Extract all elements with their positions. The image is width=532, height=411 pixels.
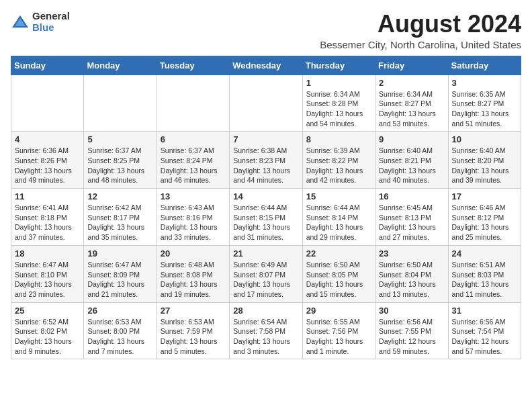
title-block: August 2024 Bessemer City, North Carolin…	[320, 11, 521, 50]
day-number: 18	[15, 248, 80, 259]
day-sunrise: Sunrise: 6:52 AM	[15, 318, 69, 326]
day-sunrise: Sunrise: 6:40 AM	[452, 146, 506, 154]
day-number: 24	[452, 248, 517, 259]
day-number: 20	[161, 248, 226, 259]
day-sunset: Sunset: 7:54 PM	[452, 327, 504, 335]
day-sunset: Sunset: 8:10 PM	[15, 271, 67, 279]
day-number: 17	[452, 191, 517, 201]
day-daylight: Daylight: 13 hours and 5 minutes.	[161, 337, 218, 355]
header-row: Sunday Monday Tuesday Wednesday Thursday…	[11, 56, 521, 75]
day-sunrise: Sunrise: 6:42 AM	[87, 203, 141, 212]
day-sunrise: Sunrise: 6:45 AM	[379, 203, 433, 212]
day-number: 29	[306, 306, 371, 316]
day-sunset: Sunset: 8:07 PM	[233, 271, 285, 279]
day-daylight: Daylight: 13 hours and 3 minutes.	[233, 337, 290, 355]
day-number: 22	[306, 248, 371, 259]
day-sunset: Sunset: 7:55 PM	[379, 327, 431, 335]
header-wednesday: Wednesday	[230, 56, 302, 75]
calendar-header: Sunday Monday Tuesday Wednesday Thursday…	[11, 56, 521, 75]
day-number: 23	[379, 248, 444, 259]
day-daylight: Daylight: 13 hours and 53 minutes.	[379, 109, 436, 128]
day-sunrise: Sunrise: 6:54 AM	[233, 318, 287, 326]
cell-w2-d3: 14 Sunrise: 6:44 AM Sunset: 8:15 PM Dayl…	[230, 189, 302, 246]
cell-w0-d5: 2 Sunrise: 6:34 AM Sunset: 8:27 PM Dayli…	[375, 75, 448, 132]
calendar-table: Sunday Monday Tuesday Wednesday Thursday…	[11, 56, 521, 360]
cell-w2-d0: 11 Sunrise: 6:41 AM Sunset: 8:18 PM Dayl…	[11, 189, 84, 246]
logo-text: General Blue	[32, 11, 70, 33]
day-sunset: Sunset: 8:25 PM	[87, 156, 140, 165]
day-daylight: Daylight: 13 hours and 9 minutes.	[15, 337, 72, 355]
day-sunset: Sunset: 8:00 PM	[87, 327, 140, 335]
cell-w1-d1: 5 Sunrise: 6:37 AM Sunset: 8:25 PM Dayli…	[84, 132, 157, 189]
cell-w0-d3	[230, 75, 302, 132]
day-sunset: Sunset: 8:16 PM	[161, 214, 213, 222]
day-sunset: Sunset: 8:04 PM	[379, 271, 431, 279]
day-sunrise: Sunrise: 6:44 AM	[306, 203, 360, 212]
day-number: 28	[233, 306, 298, 316]
day-daylight: Daylight: 13 hours and 49 minutes.	[15, 167, 72, 185]
day-daylight: Daylight: 12 hours and 59 minutes.	[379, 337, 436, 355]
cell-w2-d5: 16 Sunrise: 6:45 AM Sunset: 8:13 PM Dayl…	[375, 189, 448, 246]
day-sunrise: Sunrise: 6:46 AM	[452, 203, 506, 212]
cell-w1-d4: 8 Sunrise: 6:39 AM Sunset: 8:22 PM Dayli…	[302, 132, 375, 189]
day-sunrise: Sunrise: 6:47 AM	[87, 261, 141, 269]
week-row-2: 11 Sunrise: 6:41 AM Sunset: 8:18 PM Dayl…	[11, 189, 521, 246]
day-sunrise: Sunrise: 6:39 AM	[306, 146, 360, 154]
logo: General Blue	[11, 11, 70, 33]
cell-w2-d4: 15 Sunrise: 6:44 AM Sunset: 8:14 PM Dayl…	[302, 189, 375, 246]
cell-w3-d0: 18 Sunrise: 6:47 AM Sunset: 8:10 PM Dayl…	[11, 245, 84, 302]
day-sunrise: Sunrise: 6:37 AM	[87, 146, 141, 154]
day-sunset: Sunset: 8:27 PM	[379, 99, 431, 107]
day-number: 6	[161, 134, 226, 144]
day-number: 1	[306, 78, 371, 88]
cell-w1-d0: 4 Sunrise: 6:36 AM Sunset: 8:26 PM Dayli…	[11, 132, 84, 189]
day-daylight: Daylight: 13 hours and 17 minutes.	[233, 280, 290, 298]
day-sunset: Sunset: 8:12 PM	[452, 214, 504, 222]
day-sunset: Sunset: 8:20 PM	[452, 156, 504, 165]
logo-icon	[11, 13, 30, 32]
day-sunrise: Sunrise: 6:37 AM	[161, 146, 214, 154]
cell-w2-d6: 17 Sunrise: 6:46 AM Sunset: 8:12 PM Dayl…	[448, 189, 521, 246]
main-title: August 2024	[320, 11, 521, 38]
day-sunset: Sunset: 8:03 PM	[452, 271, 504, 279]
cell-w1-d3: 7 Sunrise: 6:38 AM Sunset: 8:23 PM Dayli…	[230, 132, 302, 189]
day-number: 16	[379, 191, 444, 201]
day-number: 31	[452, 306, 517, 316]
day-daylight: Daylight: 13 hours and 31 minutes.	[233, 223, 290, 241]
cell-w3-d1: 19 Sunrise: 6:47 AM Sunset: 8:09 PM Dayl…	[84, 245, 157, 302]
day-daylight: Daylight: 13 hours and 46 minutes.	[161, 167, 218, 185]
day-sunset: Sunset: 8:09 PM	[87, 271, 140, 279]
week-row-1: 4 Sunrise: 6:36 AM Sunset: 8:26 PM Dayli…	[11, 132, 521, 189]
day-sunrise: Sunrise: 6:44 AM	[233, 203, 287, 212]
day-daylight: Daylight: 13 hours and 29 minutes.	[306, 223, 363, 241]
day-daylight: Daylight: 13 hours and 25 minutes.	[452, 223, 509, 241]
day-sunset: Sunset: 7:56 PM	[306, 327, 359, 335]
day-sunset: Sunset: 8:24 PM	[161, 156, 213, 165]
day-number: 15	[306, 191, 371, 201]
day-number: 4	[15, 134, 80, 144]
day-sunset: Sunset: 8:13 PM	[379, 214, 431, 222]
day-number: 7	[233, 134, 298, 144]
week-row-4: 25 Sunrise: 6:52 AM Sunset: 8:02 PM Dayl…	[11, 302, 521, 359]
week-row-3: 18 Sunrise: 6:47 AM Sunset: 8:10 PM Dayl…	[11, 245, 521, 302]
day-daylight: Daylight: 13 hours and 15 minutes.	[306, 280, 363, 298]
cell-w4-d3: 28 Sunrise: 6:54 AM Sunset: 7:58 PM Dayl…	[230, 302, 302, 359]
day-sunset: Sunset: 7:58 PM	[233, 327, 285, 335]
day-sunrise: Sunrise: 6:38 AM	[233, 146, 287, 154]
cell-w1-d5: 9 Sunrise: 6:40 AM Sunset: 8:21 PM Dayli…	[375, 132, 448, 189]
day-sunset: Sunset: 7:59 PM	[161, 327, 213, 335]
day-daylight: Daylight: 13 hours and 33 minutes.	[161, 223, 218, 241]
cell-w1-d6: 10 Sunrise: 6:40 AM Sunset: 8:20 PM Dayl…	[448, 132, 521, 189]
day-number: 8	[306, 134, 371, 144]
day-number: 11	[15, 191, 80, 201]
day-daylight: Daylight: 13 hours and 39 minutes.	[452, 167, 509, 185]
day-sunrise: Sunrise: 6:41 AM	[15, 203, 69, 212]
day-daylight: Daylight: 13 hours and 27 minutes.	[379, 223, 436, 241]
day-sunrise: Sunrise: 6:40 AM	[379, 146, 433, 154]
day-sunrise: Sunrise: 6:34 AM	[379, 90, 433, 98]
header-sunday: Sunday	[11, 56, 84, 75]
cell-w4-d4: 29 Sunrise: 6:55 AM Sunset: 7:56 PM Dayl…	[302, 302, 375, 359]
cell-w3-d4: 22 Sunrise: 6:50 AM Sunset: 8:05 PM Dayl…	[302, 245, 375, 302]
day-sunrise: Sunrise: 6:36 AM	[15, 146, 69, 154]
day-sunrise: Sunrise: 6:50 AM	[306, 261, 360, 269]
